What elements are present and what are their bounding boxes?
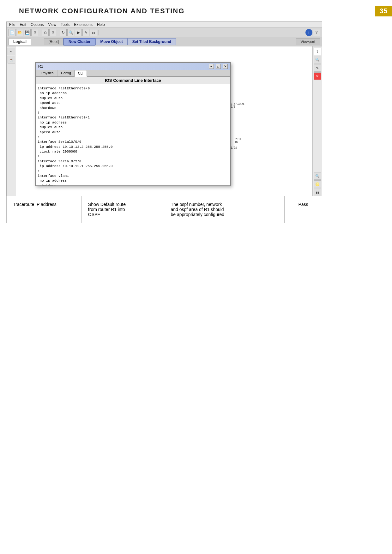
left-panel-cursor-btn[interactable]: ↖ <box>8 48 15 55</box>
ios-section-title: IOS Command Line Interface <box>36 77 230 84</box>
menu-view[interactable]: View <box>48 22 56 27</box>
eval-col3: The ospf number, network and ospf area o… <box>164 196 285 223</box>
eval-table: Traceroute IP address Show Default route… <box>6 196 322 223</box>
toolbar-info-btn[interactable]: i <box>305 29 312 36</box>
page-number: 35 <box>375 6 392 16</box>
toolbar-paste-btn[interactable]: ⎙ <box>49 29 56 36</box>
ios-titlebar: R1 – □ ✕ <box>36 63 230 70</box>
ios-close-btn[interactable]: ✕ <box>223 64 228 69</box>
menu-file[interactable]: File <box>9 22 15 27</box>
right-panel-delete-btn[interactable]: ✕ <box>314 72 321 80</box>
toolbar: 📄 📂 💾 ⎙ ⎙ ⎙ ↻ 🔍 ▶ ✎ ☷ i ? <box>7 28 322 37</box>
left-panel-hand-btn[interactable]: ☕ <box>8 56 15 63</box>
menu-edit[interactable]: Edit <box>20 22 26 27</box>
ios-tabs: Physical Config CLI <box>36 70 230 77</box>
ios-window-controls: – □ ✕ <box>209 64 228 69</box>
right-panel-pencil-btn[interactable]: ✎ <box>314 64 321 72</box>
mode-new-cluster-btn[interactable]: New Cluster <box>63 38 95 45</box>
ios-minimize-btn[interactable]: – <box>209 64 214 69</box>
ios-maximize-btn[interactable]: □ <box>216 64 221 69</box>
menu-options[interactable]: Options <box>31 22 44 27</box>
eval-table-wrapper: Traceroute IP address Show Default route… <box>6 196 322 223</box>
toolbar-pointer-btn[interactable]: ▶ <box>75 29 82 36</box>
ios-tab-cli[interactable]: CLI <box>75 70 87 77</box>
menu-tools[interactable]: Tools <box>61 22 69 27</box>
mode-logical-btn[interactable]: Logical <box>9 38 31 45</box>
right-panel-zoom-btn[interactable]: 🔍 <box>314 56 321 63</box>
toolbar-new-btn[interactable]: 📄 <box>9 29 15 36</box>
ios-tab-config[interactable]: Config <box>58 70 75 76</box>
toolbar-magnify-btn[interactable]: 🔍 <box>67 29 74 36</box>
toolbar-divider-2 <box>58 30 58 35</box>
toolbar-open-btn[interactable]: 📂 <box>16 29 23 36</box>
eval-col2: Show Default route from router R1 into O… <box>81 196 164 223</box>
eval-table-row: Traceroute IP address Show Default route… <box>7 196 322 223</box>
ios-tab-physical[interactable]: Physical <box>38 70 58 76</box>
mode-right-btns: Viewport <box>296 38 320 45</box>
right-panel: ⇧ 🔍 ✎ ✕ 🔍 🌝 ☷ ⇣ <box>312 46 322 204</box>
mode-viewport-btn[interactable]: Viewport <box>296 38 320 45</box>
toolbar-divider-1 <box>40 30 40 35</box>
page-title: NETWORK CONFIGURATION AND TESTING <box>19 7 184 15</box>
toolbar-copy-btn[interactable]: ⎙ <box>42 29 49 36</box>
right-panel-search-btn[interactable]: 🔍 <box>314 172 321 180</box>
ios-content-area[interactable]: interface FastEthernet0/0 no ip address … <box>36 84 230 185</box>
menu-help[interactable]: Help <box>97 22 105 27</box>
canvas-main[interactable]: R1 R1 lo99 lo10 lo10 lo10 lo10 2811 2811 <box>16 46 312 204</box>
toolbar-print-btn[interactable]: ⎙ <box>31 29 38 36</box>
toolbar-undo-btn[interactable]: ↻ <box>60 29 67 36</box>
left-panel: ↖ ☕ <box>7 46 16 204</box>
toolbar-divider-3 <box>99 30 99 35</box>
toolbar-grid-btn[interactable]: ☷ <box>90 29 97 36</box>
toolbar-save-btn[interactable]: 💾 <box>24 29 31 36</box>
ios-window: R1 – □ ✕ Physical Config CLI IOS Command… <box>35 62 231 186</box>
right-panel-paint-btn[interactable]: 🌝 <box>314 180 321 188</box>
mode-set-tiled-bg-btn[interactable]: Set Tiled Background <box>128 38 176 45</box>
right-panel-devices-btn[interactable]: ☷ <box>314 189 321 196</box>
toolbar-pencil-btn[interactable]: ✎ <box>82 29 89 36</box>
mode-root-btn[interactable]: [Root] <box>44 38 63 45</box>
ios-window-title: R1 <box>38 64 43 69</box>
mode-move-object-btn[interactable]: Move Object <box>95 38 127 45</box>
canvas-area: ↖ ☕ R1 <box>7 46 322 204</box>
eval-col1: Traceroute IP address <box>7 196 82 223</box>
menu-extensions[interactable]: Extensions <box>74 22 93 27</box>
right-panel-scroll-up-btn[interactable]: ⇧ <box>314 48 321 55</box>
menu-bar: File Edit Options View Tools Extensions … <box>7 22 322 28</box>
toolbar-help-btn[interactable]: ? <box>313 29 320 36</box>
mode-bar: Logical [Root] New Cluster Move Object S… <box>7 37 322 46</box>
simulator-container: File Edit Options View Tools Extensions … <box>6 21 322 212</box>
eval-col4: Pass <box>285 196 322 223</box>
